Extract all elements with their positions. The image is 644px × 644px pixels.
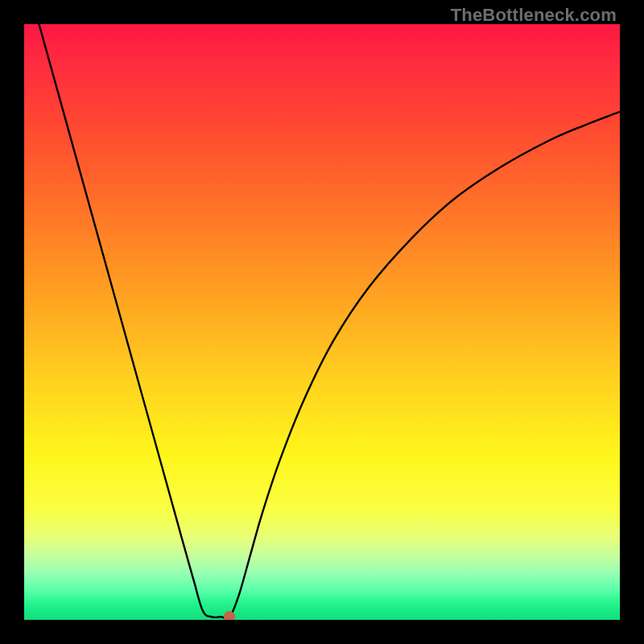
- bottleneck-curve: [39, 24, 621, 618]
- watermark-text: TheBottleneck.com: [451, 5, 617, 26]
- chart-frame: TheBottleneck.com: [0, 0, 644, 644]
- vertex-marker: [224, 611, 235, 620]
- curve-layer: [24, 24, 620, 620]
- plot-area: [24, 24, 620, 620]
